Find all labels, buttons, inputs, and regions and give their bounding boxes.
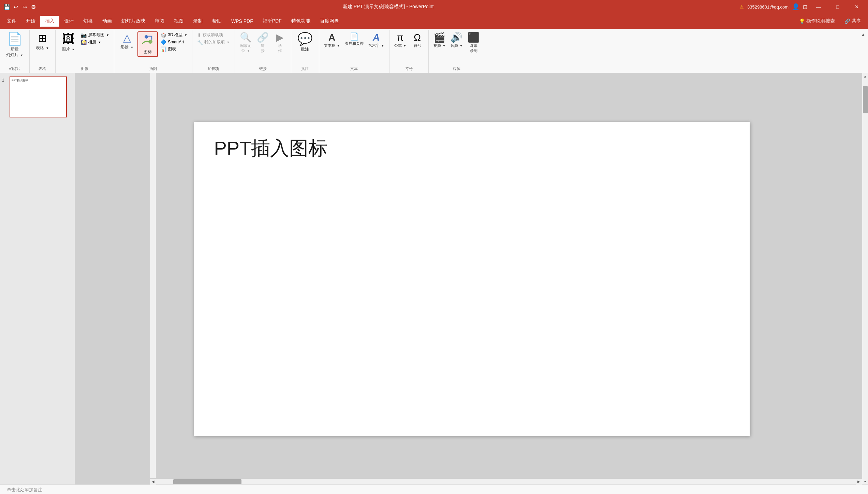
menu-item-review[interactable]: 审阅 <box>150 16 169 27</box>
menu-item-view[interactable]: 视图 <box>169 16 188 27</box>
slide-thumbnail[interactable]: PPT插入图标 <box>10 76 67 117</box>
menu-item-insert[interactable]: 插入 <box>40 16 59 27</box>
vertical-scrollbar[interactable]: ▲ ▼ <box>862 73 868 484</box>
svg-point-1 <box>148 40 152 44</box>
icons-button[interactable]: 图标 <box>137 31 158 57</box>
header-footer-button[interactable]: 📄 页眉和页脚 <box>343 31 366 47</box>
action-button[interactable]: ▶ 动作 <box>272 31 288 55</box>
screen-record-icon: ⬛ <box>468 33 480 42</box>
lightbulb-icon: 💡 <box>799 18 805 24</box>
title-bar-left: 💾 ↩ ↪ ⚙ <box>3 3 37 10</box>
menu-bar: 文件 开始 插入 设计 切换 动画 幻灯片放映 审阅 视图 录制 帮助 WPS … <box>0 14 868 29</box>
ribbon: 📄 新建幻灯片 ▼ 幻灯片 ⊞ 表格 ▼ 表格 🖼 图片 ▼ 📷 屏幕截图 <box>0 29 868 73</box>
ribbon-group-table: ⊞ 表格 ▼ 表格 <box>30 30 55 73</box>
scroll-right-arrow[interactable]: ▶ <box>856 479 862 485</box>
menu-item-record[interactable]: 录制 <box>188 16 207 27</box>
menu-item-file[interactable]: 文件 <box>2 16 21 27</box>
symbol-button[interactable]: Ω 符号 <box>409 31 426 50</box>
svg-point-0 <box>145 35 148 39</box>
zoom-button[interactable]: 🔍 缩放定位 ▼ <box>238 31 254 55</box>
icons-icon <box>142 33 154 48</box>
slide-number: 1 <box>2 76 8 83</box>
undo-button[interactable]: ↩ <box>12 3 19 10</box>
slide-thumbnail-item: 1 PPT插入图标 <box>2 76 73 117</box>
menu-item-transition[interactable]: 切换 <box>78 16 98 27</box>
get-addins-button[interactable]: ⬇ 获取加载项 <box>195 31 232 39</box>
menu-item-share[interactable]: 🔗 共享 <box>840 16 866 27</box>
scroll-down-arrow[interactable]: ▼ <box>862 478 868 484</box>
table-icon: ⊞ <box>38 33 47 44</box>
shapes-icon: △ <box>123 33 131 43</box>
video-button[interactable]: 🎬 视频 ▼ <box>431 31 448 50</box>
menu-item-animation[interactable]: 动画 <box>98 16 117 27</box>
video-icon: 🎬 <box>433 33 445 42</box>
display-mode-icon[interactable]: ⊡ <box>803 4 807 10</box>
new-slide-icon: 📄 <box>7 33 23 45</box>
formula-icon: π <box>397 33 403 42</box>
menu-item-foxitpdf[interactable]: 福昕PDF <box>258 16 286 27</box>
ribbon-group-comment: 💬 批注 批注 <box>291 30 319 73</box>
audio-icon: 🔊 <box>451 33 462 42</box>
horizontal-scrollbar[interactable]: ◀ ▶ <box>150 478 862 484</box>
audio-button[interactable]: 🔊 音频 ▼ <box>448 31 465 50</box>
my-addins-button[interactable]: 🔧 我的加载项 ▼ <box>195 39 232 46</box>
redo-button[interactable]: ↪ <box>21 3 28 10</box>
smartart-button[interactable]: 🔷 SmartArt <box>159 39 189 45</box>
scroll-up-arrow[interactable]: ▲ <box>862 73 868 79</box>
menu-item-special[interactable]: 特色功能 <box>286 16 315 27</box>
ribbon-group-text: A 文本框 ▼ 📄 页眉和页脚 A 艺术字 ▼ 文本 <box>319 30 389 73</box>
alert-icon: ⚠ <box>739 4 744 10</box>
ribbon-group-link: 🔍 缩放定位 ▼ 🔗 链接 ▶ 动作 链接 <box>235 30 291 73</box>
link-icon: 🔗 <box>257 33 269 42</box>
slide-canvas[interactable]: PPT插入图标 <box>194 122 750 436</box>
shapes-button[interactable]: △ 形状 ▼ <box>117 31 137 52</box>
3d-model-button[interactable]: 🎲 3D 模型 ▼ <box>159 31 189 39</box>
menu-item-help[interactable]: 帮助 <box>207 16 226 27</box>
new-slide-button[interactable]: 📄 新建幻灯片 ▼ <box>3 31 27 59</box>
share-icon: 🔗 <box>844 18 850 24</box>
picture-button[interactable]: 🖼 图片 ▼ <box>58 31 78 54</box>
title-bar: 💾 ↩ ↪ ⚙ 新建 PPT 演示文稿[兼容模式] - PowerPoint ⚠… <box>0 0 868 14</box>
scroll-thumb[interactable] <box>863 86 868 113</box>
zoom-icon: 🔍 <box>240 33 252 42</box>
my-addins-icon: 🔧 <box>197 40 203 45</box>
link-button[interactable]: 🔗 链接 <box>255 31 271 55</box>
album-button[interactable]: 🎑 相册 ▼ <box>79 39 111 46</box>
group-label-link: 链接 <box>259 66 267 73</box>
table-button[interactable]: ⊞ 表格 ▼ <box>32 31 52 52</box>
slide-title: PPT插入图标 <box>214 136 729 161</box>
chart-button[interactable]: 📊 图表 <box>159 45 189 53</box>
group-label-slides: 幻灯片 <box>9 66 20 73</box>
menu-item-home[interactable]: 开始 <box>21 16 40 27</box>
menu-item-slideshow[interactable]: 幻灯片放映 <box>117 16 150 27</box>
minimize-button[interactable]: — <box>811 0 826 14</box>
maximize-button[interactable]: □ <box>830 0 845 14</box>
menu-item-wpspdf[interactable]: WPS PDF <box>226 16 258 27</box>
group-label-addins: 加载项 <box>208 66 219 73</box>
window-title: 新建 PPT 演示文稿[兼容模式] - PowerPoint <box>37 4 739 10</box>
menu-item-design[interactable]: 设计 <box>59 16 78 27</box>
screenshot-button[interactable]: 📷 屏幕截图 ▼ <box>79 31 111 39</box>
customize-button[interactable]: ⚙ <box>30 3 37 10</box>
group-label-media: 媒体 <box>453 66 460 73</box>
save-button[interactable]: 💾 <box>3 3 10 10</box>
menu-item-baidu[interactable]: 百度网盘 <box>315 16 344 27</box>
notes-bar[interactable]: 单击此处添加备注 <box>0 484 868 494</box>
comment-button[interactable]: 💬 批注 <box>294 31 316 54</box>
wordart-button[interactable]: A 艺术字 ▼ <box>366 31 386 50</box>
user-avatar-icon[interactable]: 👤 <box>792 3 799 11</box>
main-area: 1 PPT插入图标 PPT插入图标 ▲ ▼ ◀ ▶ <box>0 73 868 484</box>
smartart-icon: 🔷 <box>161 39 166 45</box>
group-label-comment: 批注 <box>301 66 309 73</box>
ribbon-collapse-button[interactable]: ▲ <box>860 31 867 38</box>
textbox-button[interactable]: A 文本框 ▼ <box>322 31 342 50</box>
group-label-table: 表格 <box>39 66 46 73</box>
screen-record-button[interactable]: ⬛ 屏幕录制 <box>466 31 482 55</box>
h-scroll-thumb[interactable] <box>173 479 241 484</box>
group-label-symbol: 符号 <box>405 66 413 73</box>
scroll-left-arrow[interactable]: ◀ <box>150 479 156 485</box>
ribbon-group-image: 🖼 图片 ▼ 📷 屏幕截图 ▼ 🎑 相册 ▼ 图像 <box>56 30 115 73</box>
formula-button[interactable]: π 公式 ▼ <box>392 31 409 50</box>
menu-item-search[interactable]: 💡 操作说明搜索 <box>794 16 840 27</box>
close-button[interactable]: ✕ <box>849 0 865 14</box>
